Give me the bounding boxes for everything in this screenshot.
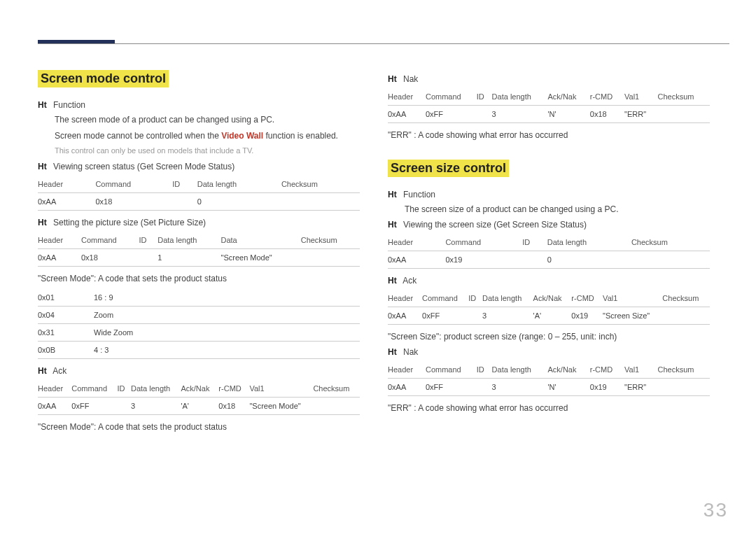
table-row: 0xAA 0x18 0 [38, 192, 360, 210]
td: 0x18 [590, 106, 624, 123]
tv-note: This control can only be used on models … [55, 146, 360, 155]
th: Command [71, 380, 117, 398]
table-header-row: Header Command ID Data length Ack/Nak r-… [388, 361, 710, 379]
table-get-screen-size: Header Command ID Data length Checksum 0… [388, 234, 710, 269]
td: 0xFF [426, 378, 477, 395]
td [281, 192, 360, 210]
td [658, 378, 710, 395]
ht-viewing-text: Viewing screen status (Get Screen Mode S… [53, 162, 234, 171]
ht-ack-line: Ht Ack [38, 366, 360, 376]
th: r-CMD [571, 290, 603, 307]
ht-label: Ht [388, 74, 401, 84]
td [301, 248, 360, 266]
ht-viewing-line: Ht Viewing screen status (Get Screen Mod… [38, 162, 360, 171]
td: 0x19 [571, 307, 603, 324]
ht-ack-size-text: Ack [402, 276, 416, 286]
th: Ack/Nak [548, 361, 590, 379]
th: Data [221, 232, 301, 249]
td [172, 192, 197, 210]
th: ID [139, 232, 158, 249]
page-number: 33 [704, 499, 728, 521]
td: "ERR" [624, 378, 658, 395]
table-header-row: Header Command ID Data length Checksum [388, 234, 710, 251]
th: Val1 [603, 290, 662, 307]
td: Zoom [94, 306, 360, 323]
th: Header [38, 380, 71, 398]
td: 0x04 [38, 306, 94, 323]
table-row: 0xAA 0x18 1 "Screen Mode" [38, 248, 360, 266]
td: 'N' [548, 378, 590, 395]
td: 0xFF [426, 106, 477, 123]
ht-nak-size-text: Nak [403, 347, 418, 357]
section-title-screen-mode: Screen mode control [38, 70, 169, 87]
ht-ack-text: Ack [52, 366, 66, 376]
td: 16 : 9 [94, 289, 360, 307]
section-title-screen-size: Screen size control [388, 160, 509, 177]
td: 0x18 [81, 248, 139, 266]
table-row: 0xAA 0xFF 3 'N' 0x19 "ERR" [388, 378, 710, 395]
ht-nak-size-line: Ht Nak [388, 347, 710, 357]
table-mode-codes: 0x0116 : 9 0x04Zoom 0x31Wide Zoom 0x0B4 … [38, 289, 360, 359]
table-ack-screen-mode: Header Command ID Data length Ack/Nak r-… [38, 380, 360, 415]
desc-part-c: function is enabled. [263, 131, 338, 141]
td: 0xAA [38, 248, 81, 266]
td: 3 [482, 307, 533, 324]
table-nak-screen-mode: Header Command ID Data length Ack/Nak r-… [388, 88, 710, 123]
th: Header [38, 232, 81, 249]
ht-label: Ht [38, 162, 51, 171]
td [631, 251, 710, 268]
th: Checksum [658, 88, 710, 106]
td: 0x19 [590, 378, 624, 395]
video-wall-highlight: Video Wall [221, 131, 263, 141]
td: 0x19 [445, 251, 522, 268]
th: Header [388, 234, 445, 251]
th: ID [468, 290, 482, 307]
ht-label: Ht [388, 220, 401, 230]
ht-nak-line: Ht Nak [388, 74, 710, 84]
table-ack-screen-size: Header Command ID Data length Ack/Nak r-… [388, 290, 710, 325]
ht-function-size-line: Ht Function [388, 190, 710, 199]
th: Data length [482, 290, 533, 307]
th: Checksum [301, 232, 360, 249]
td: 0x31 [38, 323, 94, 341]
td: 0xAA [388, 307, 422, 324]
table-header-row: Header Command ID Data length Checksum [38, 176, 360, 193]
th: ID [477, 361, 492, 379]
ht-label: Ht [388, 190, 401, 199]
th: Data length [197, 176, 281, 193]
th: Command [426, 361, 477, 379]
function-desc-2: Screen mode cannot be controlled when th… [55, 130, 360, 142]
header-accent-bar [38, 40, 115, 43]
th: Val1 [249, 380, 313, 398]
th: Data length [547, 234, 631, 251]
table-set-picture-size: Header Command ID Data length Data Check… [38, 232, 360, 267]
table-row: 0xAA 0xFF 3 'A' 0x18 "Screen Mode" [38, 397, 360, 414]
ht-nak-text: Nak [403, 74, 418, 84]
td: 0xAA [388, 251, 445, 268]
ack-caption: "Screen Mode": A code that sets the prod… [38, 422, 360, 432]
th: Data length [492, 88, 548, 106]
table-row: 0x31Wide Zoom [38, 323, 360, 341]
td: 0 [547, 251, 631, 268]
td: 0xAA [38, 192, 95, 210]
td: "ERR" [624, 106, 658, 123]
th: Ack/Nak [548, 88, 590, 106]
header-rule [38, 43, 729, 44]
ht-label: Ht [38, 366, 51, 376]
ht-setting-line: Ht Setting the picture size (Set Picture… [38, 218, 360, 227]
th: Checksum [281, 176, 360, 193]
th: Header [38, 176, 95, 193]
td: 'N' [548, 106, 590, 123]
table-header-row: Header Command ID Data length Ack/Nak r-… [388, 88, 710, 106]
ht-ack-size-line: Ht Ack [388, 276, 710, 286]
ht-function-line: Ht Function [38, 100, 360, 110]
table-nak-screen-size: Header Command ID Data length Ack/Nak r-… [388, 361, 710, 396]
th: Checksum [658, 361, 710, 379]
ht-viewing-size-text: Viewing the screen size (Get Screen Size… [403, 220, 587, 230]
th: ID [522, 234, 547, 251]
td: 0xAA [388, 378, 426, 395]
td: 3 [492, 378, 548, 395]
th: Header [388, 361, 426, 379]
td [522, 251, 547, 268]
th: ID [477, 88, 492, 106]
